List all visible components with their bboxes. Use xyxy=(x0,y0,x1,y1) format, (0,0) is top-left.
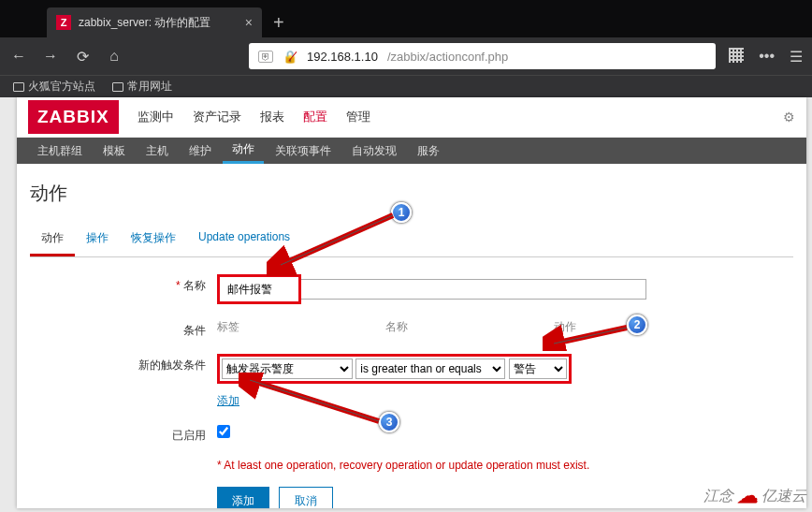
more-icon[interactable]: ••• xyxy=(759,48,775,66)
name-input[interactable] xyxy=(222,279,297,300)
nav-configuration[interactable]: 配置 xyxy=(303,109,327,125)
app-page: ZABBIX 监测中 资产记录 报表 配置 管理 ⚙ 主机群组 模板 主机 维护… xyxy=(17,97,806,508)
spacer xyxy=(30,459,217,462)
subnav-hostgroups[interactable]: 主机群组 xyxy=(28,138,92,164)
newcond-label: 新的触发条件 xyxy=(30,354,217,373)
new-tab-button[interactable]: + xyxy=(262,7,296,37)
browser-tabstrip: Z zabbix_server: 动作的配置 × + xyxy=(0,0,812,37)
subnav-correlation[interactable]: 关联项事件 xyxy=(266,138,341,164)
browser-tab[interactable]: Z zabbix_server: 动作的配置 × xyxy=(47,7,262,37)
condition-operator-select[interactable]: is greater than or equals xyxy=(355,358,505,379)
forward-icon[interactable]: → xyxy=(41,48,60,65)
action-form: 名称 条件 标签 名称 动作 新的触发条件 xyxy=(30,274,793,508)
annotation-badge-2: 2 xyxy=(627,315,647,335)
annotation-highlight xyxy=(217,274,301,304)
page-title: 动作 xyxy=(30,181,793,206)
url-host: 192.168.1.10 xyxy=(307,50,378,64)
sub-nav: 主机群组 模板 主机 维护 动作 关联项事件 自动发现 服务 xyxy=(17,138,806,164)
col-tag: 标签 xyxy=(217,319,385,335)
home-icon[interactable]: ⌂ xyxy=(105,48,123,65)
bookmark-item[interactable]: 火狐官方站点 xyxy=(13,79,95,95)
bookmark-item[interactable]: 常用网址 xyxy=(112,79,172,95)
nav-monitoring[interactable]: 监测中 xyxy=(138,109,174,125)
gear-icon[interactable]: ⚙ xyxy=(783,110,795,124)
col-action: 动作 xyxy=(554,319,576,335)
nav-reports[interactable]: 报表 xyxy=(260,109,284,125)
cancel-button[interactable]: 取消 xyxy=(279,487,333,508)
subnav-discovery[interactable]: 自动发现 xyxy=(342,138,406,164)
name-input-ext[interactable] xyxy=(301,279,646,300)
bookmark-label: 火狐官方站点 xyxy=(28,79,95,95)
folder-icon xyxy=(13,82,24,92)
col-name: 名称 xyxy=(385,319,554,335)
watermark: 江念 ☁ 亿速云 xyxy=(703,484,806,508)
condition-value-select[interactable]: 警告 xyxy=(509,358,567,379)
subnav-services[interactable]: 服务 xyxy=(408,138,449,164)
subnav-hosts[interactable]: 主机 xyxy=(137,138,178,164)
tab-operations[interactable]: 操作 xyxy=(75,223,120,256)
top-nav: ZABBIX 监测中 资产记录 报表 配置 管理 ⚙ xyxy=(17,97,806,138)
submit-button[interactable]: 添加 xyxy=(217,487,269,508)
subnav-templates[interactable]: 模板 xyxy=(94,138,135,164)
enabled-label: 已启用 xyxy=(30,424,217,444)
annotation-badge-3: 3 xyxy=(379,412,399,432)
condition-type-select[interactable]: 触发器示警度 xyxy=(222,358,353,379)
add-condition-link[interactable]: 添加 xyxy=(217,394,239,407)
tab-favicon: Z xyxy=(56,15,71,30)
subnav-maintenance[interactable]: 维护 xyxy=(180,138,221,164)
bookmarks-bar: 火狐官方站点 常用网址 xyxy=(0,75,812,97)
tab-title: zabbix_server: 动作的配置 xyxy=(79,15,210,31)
warning-text: At least one operation, recovery operati… xyxy=(217,459,793,472)
back-icon[interactable]: ← xyxy=(9,48,28,65)
strike-lock-icon: 🔒̸ xyxy=(283,50,297,64)
tab-update-ops[interactable]: Update operations xyxy=(187,223,301,256)
enabled-checkbox[interactable] xyxy=(217,425,230,438)
content-area: 动作 动作 操作 恢复操作 Update operations 名称 条件 标签 xyxy=(17,164,806,508)
close-icon[interactable]: × xyxy=(245,15,253,30)
folder-icon xyxy=(112,82,123,92)
content-tabs: 动作 操作 恢复操作 Update operations xyxy=(30,223,793,257)
name-label: 名称 xyxy=(30,274,217,294)
watermark-text: 江念 xyxy=(703,487,733,506)
shield-icon: ⛨ xyxy=(258,51,273,63)
conditions-label: 条件 xyxy=(30,319,217,339)
app-logo[interactable]: ZABBIX xyxy=(28,100,119,134)
tab-recovery[interactable]: 恢复操作 xyxy=(120,223,187,256)
reload-icon[interactable]: ⟳ xyxy=(73,48,92,66)
url-path: /zabbix/actionconf.php xyxy=(387,50,508,64)
bookmark-label: 常用网址 xyxy=(127,79,172,95)
nav-inventory[interactable]: 资产记录 xyxy=(193,109,241,125)
url-bar[interactable]: ⛨ 🔒̸ 192.168.1.10/zabbix/actionconf.php xyxy=(249,43,716,69)
tab-action[interactable]: 动作 xyxy=(30,223,75,256)
annotation-highlight: 触发器示警度 is greater than or equals 警告 xyxy=(217,354,572,384)
subnav-actions[interactable]: 动作 xyxy=(223,138,264,164)
conditions-header: 标签 名称 动作 xyxy=(217,319,793,335)
watermark-logo-icon: ☁ xyxy=(737,484,758,508)
watermark-brand: 亿速云 xyxy=(761,487,806,506)
nav-administration[interactable]: 管理 xyxy=(346,109,370,125)
qr-icon[interactable] xyxy=(729,48,744,63)
menu-icon[interactable]: ☰ xyxy=(790,48,803,66)
annotation-badge-1: 1 xyxy=(391,202,412,223)
browser-toolbar: ← → ⟳ ⌂ ⛨ 🔒̸ 192.168.1.10/zabbix/actionc… xyxy=(0,37,812,75)
